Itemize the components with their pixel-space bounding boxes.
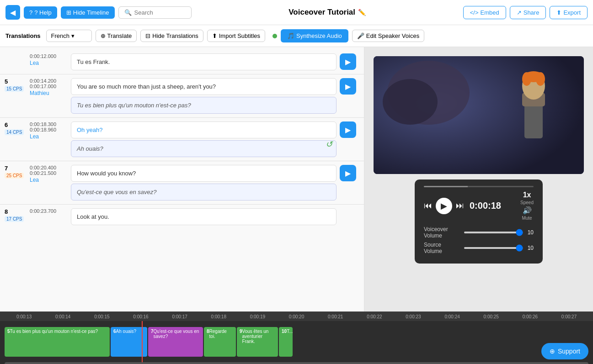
timeline-clip-7[interactable]: 7 Qu'est-ce que vous en savez?: [148, 327, 203, 357]
item-time-start: 0:00:12.000: [30, 53, 71, 59]
support-button[interactable]: ⊕ Support: [541, 343, 588, 359]
play-button[interactable]: ▶: [340, 53, 356, 70]
ruler-tick: 0:00:13: [5, 314, 43, 319]
translate-button[interactable]: ⊕ Translate: [96, 30, 137, 42]
original-text: Oh yeah?: [77, 127, 102, 133]
mic-icon: 🎤: [357, 32, 364, 39]
speed-mute: 1x Speed 🔊 Mute: [520, 191, 534, 221]
clip-text: T...: [287, 329, 293, 334]
share-button[interactable]: ↗ Share: [510, 6, 546, 19]
svg-rect-3: [524, 102, 543, 138]
timeline-clip-10[interactable]: 10 T...: [279, 327, 293, 357]
svg-point-2: [383, 79, 438, 125]
header-right: </> Embed ↗ Share ⬆ Export: [463, 6, 588, 19]
list-item: 7 25 CPS 0:00:20.400 0:00:21.500 Lea How…: [0, 162, 364, 203]
item-texts: You are so much more than just a sheep, …: [71, 78, 337, 114]
original-text-box[interactable]: How would you know?: [71, 165, 337, 182]
ruler-tick: 0:00:22: [355, 314, 394, 319]
play-button[interactable]: ▶: [340, 78, 356, 95]
video-content: [374, 56, 584, 174]
edit-icon[interactable]: ✏️: [358, 9, 366, 16]
item-cps: 17 CPS: [5, 216, 24, 222]
share-label: Share: [524, 9, 540, 16]
divider: [0, 117, 364, 118]
translation-text-box[interactable]: Qu'est-ce que vous en savez?: [71, 184, 337, 200]
mute-icon[interactable]: 🔊: [523, 206, 532, 215]
hide-timeline-label: Hide Timeline: [73, 9, 109, 16]
export-button[interactable]: ⬆ Export: [550, 6, 588, 19]
hide-translations-button[interactable]: ⊟ Hide Translations: [140, 30, 203, 42]
play-pause-button[interactable]: ▶: [436, 198, 452, 214]
rewind-button[interactable]: ⏮: [424, 201, 432, 211]
list-item: 5 15 CPS 0:00:14.200 0:00:17.000 Mathieu…: [0, 75, 364, 116]
synthesize-button[interactable]: 🎵 Synthesize Audio: [281, 29, 348, 42]
translation-text-box[interactable]: Tu es bien plus qu'un mouton n'est-ce pa…: [71, 97, 337, 114]
timeline-icon: ⊞: [66, 9, 71, 16]
timeline-clip-9[interactable]: 9 Vous êtes un aventurier Frank.: [237, 327, 278, 357]
item-num-col: 5 15 CPS: [5, 78, 30, 92]
voiceover-volume-row: Voiceover Volume 10: [424, 226, 534, 239]
voiceover-volume-slider[interactable]: [464, 232, 523, 233]
source-volume-slider[interactable]: [464, 247, 523, 249]
ruler-tick: 0:00:17: [160, 314, 199, 319]
translation-text: Tu es bien plus qu'un mouton n'est-ce pa…: [77, 102, 191, 109]
synthesize-icon: 🎵: [287, 32, 294, 39]
voiceover-volume-label: Voiceover Volume: [424, 226, 460, 239]
original-text-box[interactable]: You are so much more than just a sheep, …: [71, 78, 337, 95]
item-time-col: 0:00:20.400 0:00:21.500 Lea: [30, 165, 71, 183]
ruler-tick: 0:00:25: [472, 314, 511, 319]
source-volume-label: Source Volume: [424, 242, 460, 254]
hide-timeline-button[interactable]: ⊞ Hide Timeline: [61, 6, 115, 19]
back-button[interactable]: ◀: [5, 5, 20, 20]
edit-speaker-button[interactable]: 🎤 Edit Speaker Voices: [352, 30, 424, 42]
play-button[interactable]: ▶: [340, 165, 356, 181]
tracks-wrapper: 5 Tu es bien plus qu'un mouton n'est-ce …: [0, 321, 593, 364]
original-text-box[interactable]: Tu es Frank.: [71, 53, 337, 70]
svg-point-7: [522, 72, 531, 86]
support-icon: ⊕: [550, 348, 555, 355]
item-number: 7: [5, 165, 8, 172]
embed-button[interactable]: </> Embed: [463, 6, 506, 19]
status-dot: [272, 34, 277, 38]
language-select[interactable]: French ▾: [46, 30, 92, 42]
item-time-col: 0:00:12.000 Lea: [30, 53, 71, 66]
fast-forward-button[interactable]: ⏭: [456, 201, 464, 211]
ruler-tick: 0:00:21: [316, 314, 355, 319]
original-text-box[interactable]: Oh yeah?: [71, 121, 337, 138]
divider: [0, 161, 364, 161]
ruler-tick: 0:00:26: [511, 314, 550, 319]
clip-text: Ah ouais?: [116, 329, 136, 334]
share-icon: ↗: [517, 9, 522, 16]
item-number: 8: [5, 208, 8, 215]
item-time-start: 0:00:20.400: [30, 165, 71, 170]
original-text-box[interactable]: Look at you.: [71, 208, 337, 225]
translate-label: Translate: [107, 32, 132, 39]
play-button[interactable]: ▶: [340, 121, 356, 138]
import-subtitles-button[interactable]: ⬆ Import Subtitles: [207, 30, 265, 42]
timeline-tracks[interactable]: 5 Tu es bien plus qu'un mouton n'est-ce …: [0, 321, 593, 362]
ruler-tick: 0:00:16: [121, 314, 160, 319]
help-button[interactable]: ? ? Help: [24, 6, 57, 19]
playhead: [142, 321, 143, 362]
item-time-start: 0:00:23.700: [30, 208, 71, 214]
chevron-down-icon: ▾: [71, 32, 75, 39]
timeline-scrollbar[interactable]: [5, 362, 588, 364]
progress-bar[interactable]: [424, 186, 534, 187]
timeline-clip-8[interactable]: 8 Regarde toi.: [204, 327, 236, 357]
search-input[interactable]: [134, 9, 180, 16]
synthesize-label: Synthesize Audio: [296, 32, 342, 39]
play-btn-col: ▶: [337, 78, 359, 95]
clip-text: Regarde toi.: [209, 329, 233, 339]
search-box[interactable]: 🔍: [118, 6, 192, 19]
timeline-clip-5[interactable]: 5 Tu es bien plus qu'un mouton n'est-ce …: [5, 327, 110, 357]
header: ◀ ? ? Help ⊞ Hide Timeline 🔍 Voiceover T…: [0, 0, 593, 25]
translation-text-box[interactable]: Ah ouais? ↺: [71, 140, 337, 157]
ruler-tick: 0:00:27: [550, 314, 588, 319]
import-icon: ⬆: [212, 32, 217, 39]
speed-value: 1x: [523, 191, 531, 199]
title-area: Voiceover Tutorial ✏️: [195, 8, 459, 17]
help-label: ? Help: [34, 9, 52, 16]
speed-label: Speed: [520, 200, 534, 205]
edit-speaker-label: Edit Speaker Voices: [366, 32, 419, 39]
ruler-tick: 0:00:18: [199, 314, 238, 319]
